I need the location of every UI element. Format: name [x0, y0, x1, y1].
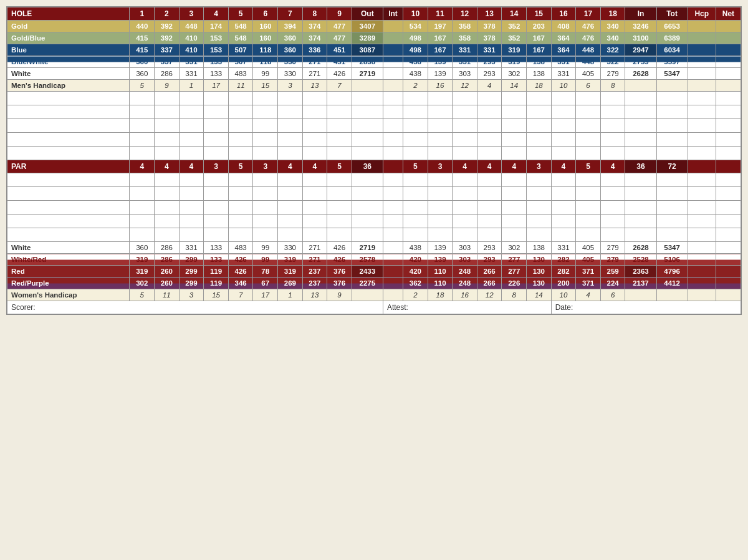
wb-15: 138 — [527, 242, 552, 254]
mh-2: 9 — [155, 80, 180, 92]
attest-field[interactable]: Attest: — [383, 301, 551, 314]
gb-8: 374 — [302, 32, 327, 44]
b-13: 331 — [477, 44, 502, 56]
b-2: 337 — [155, 44, 180, 56]
r-12: 248 — [453, 266, 477, 278]
par-net — [716, 160, 741, 173]
r-hcp — [688, 266, 716, 278]
bw-out: 2838 — [352, 56, 383, 68]
wh-out — [352, 289, 383, 301]
r-18: 259 — [600, 266, 625, 278]
par-3: 4 — [179, 160, 204, 173]
mens-hcp-label: Men's Handicap — [7, 80, 130, 92]
b-12: 331 — [453, 44, 477, 56]
r-in: 2363 — [625, 266, 656, 278]
par-9: 5 — [327, 160, 352, 173]
rp-9: 376 — [327, 278, 352, 289]
gb-hcp — [688, 32, 716, 44]
red-row: Red 319 260 299 119 426 78 319 237 376 2… — [7, 266, 741, 278]
gold-out: 3407 — [352, 21, 383, 32]
par-18: 4 — [600, 160, 625, 173]
header-17: 17 — [576, 7, 601, 21]
r-17: 371 — [576, 266, 601, 278]
gold-net — [716, 21, 741, 32]
b-11: 167 — [428, 44, 453, 56]
wr-1: 319 — [130, 254, 155, 266]
mh-17: 6 — [576, 80, 601, 92]
header-16: 16 — [551, 7, 576, 21]
bw-5: 507 — [228, 56, 253, 68]
header-9: 9 — [327, 7, 352, 21]
rp-7: 269 — [278, 278, 303, 289]
b-net — [716, 44, 741, 56]
wb-13: 293 — [477, 242, 502, 254]
header-in: In — [625, 7, 656, 21]
b-10: 498 — [403, 44, 428, 56]
par-10: 5 — [403, 160, 428, 173]
wb-net — [716, 242, 741, 254]
wt-17: 405 — [576, 68, 601, 80]
wh-2: 11 — [155, 289, 180, 301]
gb-18: 340 — [600, 32, 625, 44]
mh-out — [352, 80, 383, 92]
gold-11: 197 — [428, 21, 453, 32]
wh-18: 6 — [600, 289, 625, 301]
date-field[interactable]: Date: — [551, 301, 741, 314]
mh-tot — [656, 80, 688, 92]
wb-hcp — [688, 242, 716, 254]
par-int — [383, 160, 403, 173]
white-red-label: White/Red — [7, 254, 130, 266]
header-out: Out — [352, 7, 383, 21]
header-15: 15 — [527, 7, 552, 21]
wt-15: 138 — [527, 68, 552, 80]
r-14: 277 — [502, 266, 527, 278]
wb-5: 483 — [228, 242, 253, 254]
wb-4: 133 — [204, 242, 229, 254]
gb-3: 410 — [179, 32, 204, 44]
wt-9: 426 — [327, 68, 352, 80]
rp-15: 130 — [527, 278, 552, 289]
wr-18: 279 — [600, 254, 625, 266]
mh-10: 2 — [403, 80, 428, 92]
bw-13: 293 — [477, 56, 502, 68]
par-hcp — [688, 160, 716, 173]
wt-in: 2628 — [625, 68, 656, 80]
gold-in: 3246 — [625, 21, 656, 32]
mh-8: 13 — [302, 80, 327, 92]
wb-11: 139 — [428, 242, 453, 254]
gb-4: 153 — [204, 32, 229, 44]
wh-11: 18 — [428, 289, 453, 301]
womens-hcp-row: Women's Handicap 5 11 3 15 7 17 1 13 9 2… — [7, 289, 741, 301]
rp-hcp — [688, 278, 716, 289]
r-7: 319 — [278, 266, 303, 278]
wt-int — [383, 68, 403, 80]
r-13: 266 — [477, 266, 502, 278]
wt-3: 331 — [179, 68, 204, 80]
scorer-field[interactable]: Scorer: — [7, 301, 383, 314]
gold-int — [383, 21, 403, 32]
rp-3: 299 — [179, 278, 204, 289]
wb-2: 286 — [155, 242, 180, 254]
wb-9: 426 — [327, 242, 352, 254]
wr-11: 139 — [428, 254, 453, 266]
gold-label: Gold — [7, 21, 130, 32]
bw-3: 331 — [179, 56, 204, 68]
r-out: 2433 — [352, 266, 383, 278]
rp-5: 346 — [228, 278, 253, 289]
wr-net — [716, 254, 741, 266]
bw-net — [716, 56, 741, 68]
wt-6: 99 — [253, 68, 278, 80]
wh-in — [625, 289, 656, 301]
wt-hcp — [688, 68, 716, 80]
header-8: 8 — [302, 7, 327, 21]
mh-in — [625, 80, 656, 92]
gb-6: 160 — [253, 32, 278, 44]
gold-18: 340 — [600, 21, 625, 32]
wh-13: 12 — [477, 289, 502, 301]
wh-9: 9 — [327, 289, 352, 301]
par-17: 5 — [576, 160, 601, 173]
rp-16: 200 — [551, 278, 576, 289]
red-purple-label: Red/Purple — [7, 278, 130, 289]
r-tot: 4796 — [656, 266, 688, 278]
par-1: 4 — [130, 160, 155, 173]
